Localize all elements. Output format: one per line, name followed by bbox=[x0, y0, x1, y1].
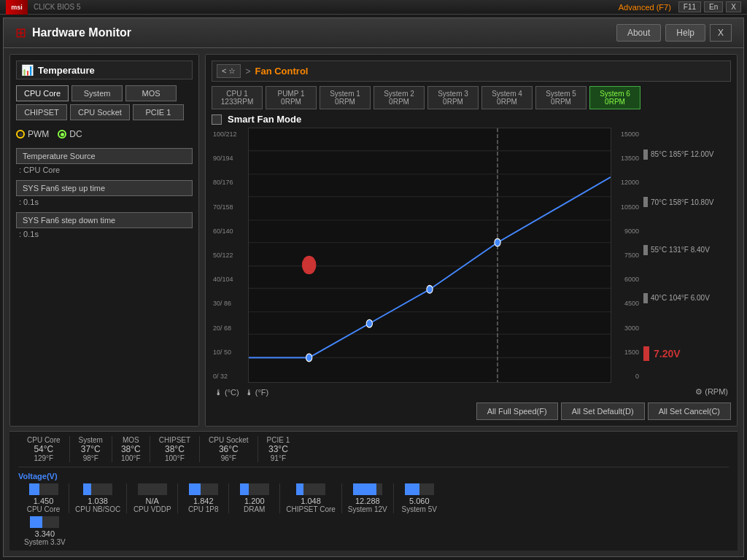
temp-btn-cpu-socket[interactable]: CPU Socket bbox=[70, 104, 130, 120]
fan-sys6-val: 0RPM bbox=[596, 98, 634, 106]
voltage-section: Voltage(V) 1.450 CPU Core 1.0 bbox=[18, 472, 729, 546]
volt-name-cpu-core: CPU Core bbox=[27, 505, 61, 513]
temp-item-cpu-core: CPU Core 54°C 129°F bbox=[18, 436, 70, 462]
svg-point-13 bbox=[427, 285, 433, 293]
temp-legend-c: 🌡 (°C) bbox=[214, 388, 239, 397]
volt-bar-cpu-nbsoc-container bbox=[83, 483, 112, 495]
msi-logo-text: msi bbox=[11, 4, 23, 11]
temp-item-pcie1: PCIE 1 33°C 91°F bbox=[258, 436, 299, 462]
volt-bar-cpu-nbsoc-fill bbox=[83, 483, 91, 495]
all-full-speed-btn[interactable]: All Full Speed(F) bbox=[476, 402, 558, 420]
temp-name-pcie1: PCIE 1 bbox=[267, 436, 290, 444]
f11-btn[interactable]: F11 bbox=[678, 1, 701, 12]
all-set-cancel-btn[interactable]: All Set Cancel(C) bbox=[648, 402, 731, 420]
volt-item-chipset-core: 1.048 CHIPSET Core bbox=[280, 483, 342, 513]
y-right-4: 9000 bbox=[614, 228, 639, 235]
volt-reading-sys12v: 12.288 bbox=[355, 497, 380, 505]
advanced-label: Advanced (F7) bbox=[619, 3, 671, 12]
top-bar: msi CLICK BIOS 5 Advanced (F7) F11 En X bbox=[0, 0, 747, 15]
fan-sys2[interactable]: System 2 0RPM bbox=[374, 86, 425, 109]
fan-sys2-label: System 2 bbox=[380, 90, 418, 98]
bios-title: CLICK BIOS 5 bbox=[34, 3, 80, 11]
step-up-group: SYS Fan6 step up time : 0.1s bbox=[16, 180, 193, 206]
temp-c-cpu-socket: 36°C bbox=[219, 444, 239, 454]
step-down-button[interactable]: SYS Fan6 step down time bbox=[16, 212, 193, 228]
temp-btn-cpu-core[interactable]: CPU Core bbox=[16, 85, 69, 101]
voltage-readings-row2: 3.340 System 3.3V bbox=[18, 516, 729, 546]
temp-source-button[interactable]: Temperature Source bbox=[16, 148, 193, 164]
fan-sys6[interactable]: System 6 0RPM bbox=[589, 86, 640, 109]
fan-panel-title: Fan Control bbox=[255, 66, 309, 77]
fan-pump1-val: 0RPM bbox=[272, 98, 310, 106]
fan-sys4[interactable]: System 4 0RPM bbox=[481, 86, 533, 109]
temp-btn-pcie1[interactable]: PCIE 1 bbox=[133, 104, 184, 120]
volt-item-sys12v: 12.288 System 12V bbox=[342, 483, 394, 513]
volt-bar-sys12v-container bbox=[353, 483, 382, 495]
temp-btn-mos[interactable]: MOS bbox=[125, 85, 177, 101]
lang-btn[interactable]: En bbox=[704, 1, 723, 12]
y-axis-right: 15000 13500 12000 10500 9000 7500 6000 4… bbox=[613, 128, 640, 383]
fan-sys1-val: 0RPM bbox=[326, 98, 364, 106]
current-volt-display: 7.20V bbox=[643, 346, 731, 361]
volt-item-cpu-nbsoc: 1.038 CPU NB/SOC bbox=[69, 483, 127, 513]
temp-c-pcie1: 33°C bbox=[268, 444, 288, 454]
volt-name-cpu-1p8: CPU 1P8 bbox=[188, 505, 219, 513]
temp-item-system: System 37°C 98°F bbox=[70, 436, 112, 462]
volt-bar-cpu-core-fill bbox=[29, 483, 39, 495]
volt-bar-chipset-container bbox=[296, 483, 325, 495]
voltage-readings: 1.450 CPU Core 1.038 CPU NB/SOC bbox=[18, 483, 729, 513]
pwm-label: PWM bbox=[28, 129, 49, 139]
smart-fan-checkbox[interactable] bbox=[212, 114, 222, 125]
y-label-2: 80/176 bbox=[213, 179, 245, 186]
volt-40c: 40°C 104°F 6.00V bbox=[643, 293, 731, 303]
temp-name-cpu-core: CPU Core bbox=[27, 436, 61, 444]
temp-btn-system[interactable]: System bbox=[71, 85, 123, 101]
topbar-close-btn[interactable]: X bbox=[726, 1, 741, 12]
fan-nav-arrow: > bbox=[245, 66, 250, 77]
volt-bar-40 bbox=[643, 293, 648, 303]
fan-cpu1[interactable]: CPU 1 1233RPM bbox=[212, 86, 263, 109]
about-button[interactable]: About bbox=[616, 24, 661, 42]
volt-55c: 55°C 131°F 8.40V bbox=[643, 245, 731, 255]
pwm-radio[interactable]: PWM bbox=[16, 129, 49, 139]
volt-item-sys5v: 5.060 System 5V bbox=[394, 483, 445, 513]
status-bar: CPU Core 54°C 129°F System 37°C 98°F MOS… bbox=[9, 431, 738, 551]
chart-area: Smart Fan Mode 100/212 90/194 80/176 70/… bbox=[212, 114, 731, 398]
volt-reading-sys33v: 3.340 bbox=[35, 529, 55, 538]
fan-sys5[interactable]: System 5 0RPM bbox=[535, 86, 587, 109]
pwm-radio-circle bbox=[16, 130, 25, 139]
temp-c-chipset: 38°C bbox=[165, 444, 185, 454]
volt-bar-chipset-fill bbox=[296, 483, 303, 495]
fan-control-panel: < ☆ > Fan Control CPU 1 1233RPM PUMP 1 0… bbox=[205, 54, 738, 427]
volt-reading-dram: 1.200 bbox=[244, 497, 265, 505]
volt-name-sys12v: System 12V bbox=[348, 505, 387, 513]
help-button[interactable]: Help bbox=[665, 24, 705, 42]
volt-bar-dram-fill bbox=[240, 483, 249, 495]
step-up-button[interactable]: SYS Fan6 step up time bbox=[16, 180, 193, 196]
dc-radio[interactable]: DC bbox=[58, 129, 82, 139]
fan-pump1[interactable]: PUMP 1 0RPM bbox=[266, 86, 317, 109]
svg-point-12 bbox=[366, 319, 372, 327]
smart-fan-header: Smart Fan Mode bbox=[212, 114, 731, 125]
volt-bar-55 bbox=[643, 245, 648, 255]
chart-svg bbox=[249, 128, 611, 382]
volt-reading-chipset: 1.048 bbox=[301, 497, 321, 505]
fan-panel-header: < ☆ > Fan Control bbox=[212, 61, 731, 82]
msi-logo: msi bbox=[6, 0, 28, 15]
volt-reading-sys5v: 5.060 bbox=[409, 497, 430, 505]
temp-f-mos: 100°F bbox=[121, 454, 141, 462]
window-title: Hardware Monitor bbox=[32, 26, 131, 39]
temp-f-cpu-core: 129°F bbox=[34, 454, 53, 462]
chart-bottom: 🌡 (°C) 🌡 (°F) ⚙ (RPM) bbox=[212, 386, 731, 398]
fan-sys1[interactable]: System 1 0RPM bbox=[320, 86, 371, 109]
temp-c-mos: 38°C bbox=[121, 444, 141, 454]
all-set-default-btn[interactable]: All Set Default(D) bbox=[561, 402, 645, 420]
volt-name-sys33v: System 3.3V bbox=[24, 538, 66, 546]
close-button[interactable]: X bbox=[710, 24, 732, 42]
fan-nav-back[interactable]: < ☆ bbox=[217, 64, 241, 78]
fan-cpu1-label: CPU 1 bbox=[218, 90, 256, 98]
volt-bar-85 bbox=[643, 149, 648, 160]
temp-btn-chipset[interactable]: CHIPSET bbox=[16, 104, 67, 120]
fan-sys3[interactable]: System 3 0RPM bbox=[427, 86, 479, 109]
volt-label-85: 85°C 185°F 12.00V bbox=[651, 150, 713, 158]
